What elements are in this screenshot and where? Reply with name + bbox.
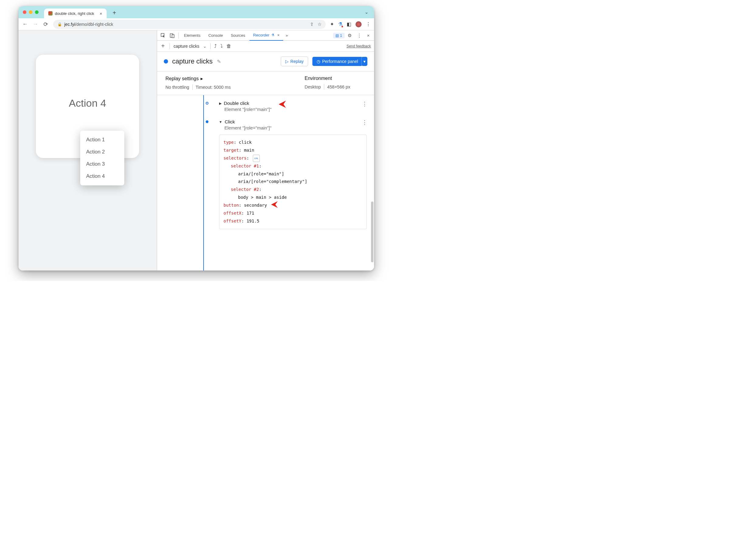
browser-tab[interactable]: double click, right click × — [44, 9, 107, 18]
dimensions-value: 458×566 px — [327, 85, 350, 89]
share-icon[interactable]: ⇪ — [310, 22, 314, 27]
scrollbar[interactable] — [371, 202, 373, 262]
gauge-icon: ◷ — [317, 59, 320, 64]
browser-toolbar: ← → ⟳ 🔒 jec.fyi/demo/dbl-right-click ⇪ ☆… — [19, 18, 374, 30]
timeline-line — [203, 95, 204, 270]
step-subtitle: Element "[role="main"]" — [224, 107, 370, 112]
browser-menu-button[interactable]: ⋮ — [366, 21, 370, 27]
svg-rect-2 — [172, 35, 174, 38]
inspect-element-icon[interactable] — [159, 32, 168, 39]
devtools-settings-icon[interactable]: ⚙ — [345, 33, 354, 38]
nav-forward-button[interactable]: → — [33, 21, 39, 27]
export-icon[interactable]: ⤴ — [214, 43, 217, 49]
timeout-value: Timeout: 5000 ms — [196, 85, 231, 90]
edit-title-icon[interactable]: ✎ — [217, 59, 221, 64]
context-menu-item[interactable]: Action 2 — [80, 146, 124, 158]
window-minimize-button[interactable] — [29, 10, 33, 14]
device-value: Desktop — [305, 85, 321, 89]
step-double-click[interactable]: ▶ Double click Element "[role="main"]" ⋮ — [213, 99, 370, 117]
context-menu-item[interactable]: Action 4 — [80, 170, 124, 182]
detail-key: selector #2 — [231, 187, 259, 192]
devtools-tab-console[interactable]: Console — [205, 30, 227, 41]
profile-avatar[interactable] — [355, 21, 362, 27]
context-menu: Action 1 Action 2 Action 3 Action 4 — [80, 131, 124, 186]
devtools-close-icon[interactable]: × — [365, 33, 372, 38]
tabs-dropdown-button[interactable]: ⌄ — [365, 9, 369, 15]
detail-key: offsetY — [224, 219, 241, 224]
detail-value: 171 — [246, 211, 254, 216]
environment-label: Environment — [305, 76, 366, 81]
replay-button-label: Replay — [290, 59, 304, 64]
window-close-button[interactable] — [23, 10, 26, 14]
detail-value: secondary — [244, 203, 267, 208]
collapse-icon[interactable]: ▼ — [219, 120, 222, 124]
detail-value: main — [244, 148, 254, 153]
throttling-value: No throttling — [166, 85, 189, 90]
more-tabs-button[interactable]: » — [284, 33, 289, 38]
device-toolbar-icon[interactable] — [168, 32, 177, 39]
chevron-right-icon: ▸ — [200, 76, 203, 82]
step-menu-icon[interactable]: ⋮ — [362, 101, 367, 107]
tab-close-button[interactable]: × — [100, 11, 102, 16]
new-recording-button[interactable]: + — [160, 43, 166, 50]
delete-icon[interactable]: 🗑 — [226, 43, 231, 49]
devtools-tab-elements[interactable]: Elements — [181, 30, 204, 41]
detail-key: type — [224, 140, 234, 145]
selector-picker-icon[interactable]: ▭↖ — [253, 155, 260, 162]
context-menu-item[interactable]: Action 1 — [80, 134, 124, 146]
devtools-tab-sources[interactable]: Sources — [227, 30, 249, 41]
window-maximize-button[interactable] — [35, 10, 39, 14]
replay-settings-toggle[interactable]: Replay settings ▸ — [166, 76, 305, 82]
step-title: Click — [224, 119, 235, 125]
send-feedback-link[interactable]: Send feedback — [346, 44, 371, 48]
recorder-header: capture clicks ✎ ▷ Replay ◷ Performance … — [157, 52, 374, 71]
card-title: Action 4 — [69, 97, 106, 109]
nav-back-button[interactable]: ← — [22, 21, 28, 27]
tab-close-icon[interactable]: × — [277, 33, 280, 37]
extensions-icon[interactable]: ✦ — [330, 21, 334, 27]
annotation-arrow-icon — [270, 200, 286, 210]
replay-settings-label: Replay settings — [166, 76, 199, 82]
address-bar[interactable]: 🔒 jec.fyi/demo/dbl-right-click ⇪ ☆ — [53, 20, 326, 29]
devtools-panel: Elements Console Sources Recorder ⚗ × » … — [157, 30, 374, 270]
detail-value: aria/[role="complementary"] — [224, 178, 362, 186]
issues-badge[interactable]: ▤ 1 — [333, 33, 345, 38]
recorder-toolbar: + capture clicks ⌄ ⤴ ⤵ 🗑 Send feedback — [157, 41, 374, 52]
devtools-tab-recorder[interactable]: Recorder ⚗ × — [249, 30, 283, 41]
performance-dropdown-button[interactable]: ▾ — [361, 57, 367, 66]
recording-dropdown-icon[interactable]: ⌄ — [203, 44, 206, 49]
step-click[interactable]: ▼ Click Element "[role="main"]" ⋮ type: … — [213, 117, 370, 235]
replay-button[interactable]: ▷ Replay — [281, 57, 308, 66]
recorder-steps: ▶ Double click Element "[role="main"]" ⋮… — [157, 95, 374, 270]
devtools-menu-icon[interactable]: ⋮ — [355, 33, 364, 38]
panel-icon[interactable]: ◧ — [347, 21, 351, 27]
nav-reload-button[interactable]: ⟳ — [43, 21, 49, 28]
play-icon: ▷ — [285, 59, 289, 64]
context-menu-item[interactable]: Action 3 — [80, 158, 124, 170]
recording-name: capture clicks — [174, 44, 199, 49]
detail-value: click — [239, 140, 251, 145]
detail-value: 191.5 — [246, 219, 259, 224]
new-tab-button[interactable]: + — [113, 9, 116, 16]
import-icon[interactable]: ⤵ — [220, 43, 223, 49]
step-node-icon — [206, 102, 208, 105]
expand-icon[interactable]: ▶ — [219, 102, 221, 106]
detail-key: selectors — [224, 156, 247, 161]
window-titlebar: double click, right click × + ⌄ — [19, 6, 374, 18]
detail-value: aria/[role="main"] — [224, 170, 362, 178]
detail-value: body > main > aside — [224, 194, 362, 202]
issues-count: 1 — [340, 33, 342, 38]
devtools-tab-label: Recorder — [253, 33, 269, 37]
page-viewport[interactable]: Action 4 Action 1 Action 2 Action 3 Acti… — [19, 30, 157, 270]
url-path: /demo/dbl-right-click — [75, 22, 113, 27]
detail-key: target — [224, 148, 239, 153]
favicon-icon — [48, 11, 53, 16]
experiments-flask-icon[interactable]: ⚗ — [338, 21, 342, 27]
detail-key: selector #1 — [231, 164, 259, 168]
step-menu-icon[interactable]: ⋮ — [362, 119, 367, 126]
step-subtitle: Element "[role="main"]" — [224, 125, 370, 130]
annotation-arrow-icon — [278, 99, 294, 110]
bookmark-icon[interactable]: ☆ — [317, 22, 321, 27]
chat-icon: ▤ — [335, 33, 339, 38]
performance-panel-button[interactable]: ◷ Performance panel — [312, 57, 362, 66]
